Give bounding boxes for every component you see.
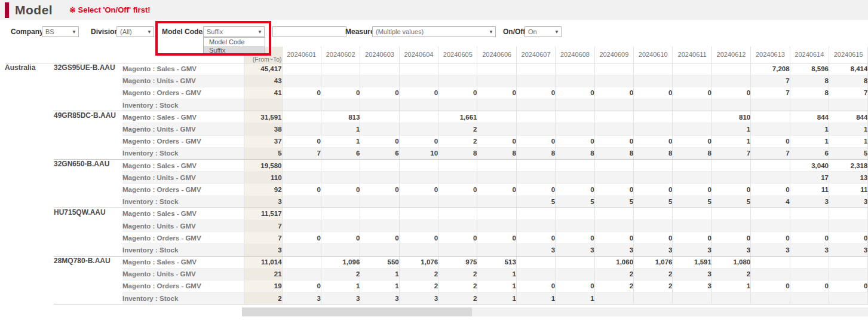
dropdown-option-model-code[interactable]: Model Code xyxy=(204,38,265,46)
value-cell xyxy=(399,244,438,256)
value-cell: 1,096 xyxy=(321,256,360,268)
value-cell: 3 xyxy=(634,244,673,256)
value-cell xyxy=(711,208,750,220)
value-cell: 17 xyxy=(790,172,829,184)
value-cell: 7 xyxy=(751,75,790,87)
date-column-header: 20240603 xyxy=(360,47,399,63)
value-cell: 3 xyxy=(516,244,555,256)
table-row: Magento : Orders - GMV920000000000000111… xyxy=(5,184,868,196)
company-dropdown[interactable]: BS ▼ xyxy=(42,26,79,37)
value-cell: 1,076 xyxy=(634,256,673,268)
value-cell: 1,661 xyxy=(438,111,477,123)
value-cell: 0 xyxy=(321,87,360,99)
horizontal-scrollbar-track[interactable] xyxy=(242,307,868,316)
model-code-suffix-dropdown-value: Suffix xyxy=(207,28,223,35)
value-cell: 8,414 xyxy=(829,63,868,75)
value-cell xyxy=(360,196,399,208)
value-cell: 0 xyxy=(751,280,790,292)
dropdown-option-suffix[interactable]: Suffix xyxy=(204,46,265,54)
value-cell: 975 xyxy=(438,256,477,268)
from-to-cell: 41 xyxy=(244,87,282,99)
value-cell xyxy=(751,268,790,280)
value-cell xyxy=(751,99,790,111)
title-accent-bar xyxy=(5,2,9,18)
value-cell xyxy=(711,160,750,172)
value-cell xyxy=(556,268,594,280)
measures-dropdown[interactable]: (Multiple values) ▼ xyxy=(372,26,496,37)
value-cell: 0 xyxy=(556,280,594,292)
value-cell xyxy=(516,123,555,135)
table-row: Magento : Orders - GMV37010020000001011 xyxy=(5,135,868,147)
value-cell: 3 xyxy=(673,268,711,280)
value-cell xyxy=(673,208,711,220)
measure-label: Magento : Units - GMV xyxy=(122,268,244,280)
value-cell xyxy=(438,99,477,111)
model-code-suffix-dropdown-list: Model Code Suffix xyxy=(203,37,265,55)
model-code-suffix-dropdown[interactable]: Suffix ▼ xyxy=(203,26,265,37)
value-cell xyxy=(673,172,711,184)
value-cell xyxy=(282,123,321,135)
value-cell: 8 xyxy=(634,147,673,159)
value-cell xyxy=(399,111,438,123)
division-dropdown[interactable]: (All) ▼ xyxy=(116,26,154,37)
country-label: Australia xyxy=(5,63,54,304)
value-cell xyxy=(516,111,555,123)
value-cell xyxy=(477,99,516,111)
value-cell: 3 xyxy=(594,244,633,256)
value-cell: 8 xyxy=(829,75,868,87)
value-cell xyxy=(477,244,516,256)
table-row: Inventory : Stock57661088888887765 xyxy=(5,147,868,159)
date-column-header: 20240611 xyxy=(673,47,711,63)
from-to-cell: 92 xyxy=(244,184,282,196)
date-column-header: 20240615 xyxy=(829,47,868,63)
value-cell xyxy=(673,63,711,75)
value-cell: 0 xyxy=(673,232,711,244)
value-cell xyxy=(399,208,438,220)
value-cell: 1 xyxy=(321,123,360,135)
value-cell: 2 xyxy=(634,268,673,280)
dashboard-page: Model ※ Select 'On/Off' first! Company B… xyxy=(0,0,868,320)
title-band: Model ※ Select 'On/Off' first! xyxy=(0,0,868,20)
value-cell xyxy=(321,244,360,256)
value-cell xyxy=(477,208,516,220)
company-filter-label: Company xyxy=(11,26,44,37)
value-cell: 1 xyxy=(829,123,868,135)
value-cell: 0 xyxy=(556,184,594,196)
value-cell xyxy=(321,172,360,184)
value-cell: 0 xyxy=(399,184,438,196)
value-cell: 2 xyxy=(594,280,633,292)
value-cell: 2 xyxy=(438,292,477,304)
value-cell xyxy=(282,75,321,87)
value-cell: 0 xyxy=(711,232,750,244)
value-cell xyxy=(673,111,711,123)
value-cell xyxy=(711,63,750,75)
chevron-down-icon: ▼ xyxy=(147,28,152,37)
value-cell: 0 xyxy=(673,87,711,99)
value-cell: 1 xyxy=(321,280,360,292)
value-cell: 0 xyxy=(516,87,555,99)
measure-label: Magento : Orders - GMV xyxy=(122,135,244,147)
value-cell: 0 xyxy=(556,135,594,147)
measure-label: Magento : Sales - GMV xyxy=(122,111,244,123)
from-to-cell: 31,591 xyxy=(244,111,282,123)
value-cell xyxy=(556,99,594,111)
value-cell: 0 xyxy=(594,135,633,147)
value-cell: 0 xyxy=(516,232,555,244)
value-cell: 1 xyxy=(711,135,750,147)
value-cell xyxy=(634,172,673,184)
date-column-header: 20240602 xyxy=(321,47,360,63)
value-cell xyxy=(399,75,438,87)
value-cell xyxy=(751,160,790,172)
from-to-cell: 7 xyxy=(244,232,282,244)
value-cell: 0 xyxy=(516,135,555,147)
horizontal-scrollbar-thumb[interactable] xyxy=(242,307,472,316)
value-cell: 5 xyxy=(829,147,868,159)
value-cell: 0 xyxy=(829,280,868,292)
model-search-input[interactable] xyxy=(272,26,346,37)
value-cell xyxy=(751,111,790,123)
onoff-dropdown[interactable]: On ▼ xyxy=(525,26,562,37)
from-to-cell xyxy=(244,99,282,111)
value-cell xyxy=(282,244,321,256)
value-cell: 0 xyxy=(360,135,399,147)
value-cell: 1 xyxy=(790,123,829,135)
